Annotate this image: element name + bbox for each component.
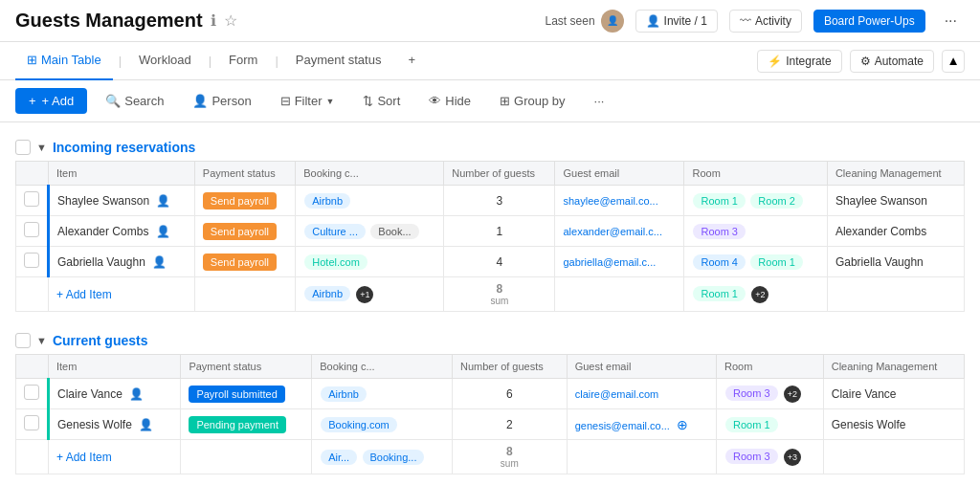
row-checkbox[interactable]	[16, 409, 49, 440]
tab-add[interactable]: +	[396, 42, 427, 80]
group-by-button[interactable]: ⊞ Group by	[489, 88, 575, 114]
board-power-ups-button[interactable]: Board Power-Ups	[813, 10, 925, 33]
group-current: ▼ Current guests ··· Item Payment status…	[0, 327, 980, 474]
search-button[interactable]: 🔍 Search	[95, 88, 174, 114]
payment-badge: Pending payment	[189, 416, 286, 433]
header-more-button[interactable]: ···	[937, 9, 965, 33]
payment-cell: Send payroll	[194, 247, 295, 277]
footer-cleaning	[827, 277, 964, 312]
table-row: Alexander Combs 👤 Send payroll Culture .…	[16, 216, 965, 247]
person-button[interactable]: 👤 Person	[182, 88, 261, 114]
num-guests-cell: 3	[444, 186, 555, 216]
email-link: gabriella@email.c...	[563, 256, 656, 268]
room-cell: Room 1	[717, 409, 824, 440]
automate-icon: ⚙	[860, 55, 871, 68]
th-guest-email: Guest email	[567, 355, 716, 379]
th-checkbox	[16, 355, 49, 379]
person-icon: 👤	[156, 225, 170, 238]
person-icon: 👤	[139, 418, 153, 431]
main-content: ▼ Incoming reservations Item Payment sta…	[0, 122, 980, 481]
add-button[interactable]: + + Add	[15, 88, 87, 114]
footer-booking-pill: Airbnb	[304, 286, 350, 301]
booking-cell: Culture ... Book...	[296, 216, 444, 247]
item-name: Claire Vance	[57, 387, 122, 401]
th-payment-status: Payment status	[194, 162, 295, 186]
cleaning-cell: Gabriella Vaughn	[827, 247, 964, 277]
collapse-button[interactable]: ▲	[942, 50, 965, 73]
num-guests-cell: 6	[452, 379, 567, 409]
tab-payment-status[interactable]: Payment status	[284, 42, 393, 80]
row-checkbox[interactable]	[16, 247, 49, 277]
row-checkbox[interactable]	[16, 186, 49, 216]
person-icon: 👤	[152, 255, 167, 269]
group-title-current: Current guests	[53, 333, 148, 348]
group-checkbox-current[interactable]	[15, 333, 31, 348]
add-item-cell[interactable]: + Add Item	[49, 440, 181, 474]
booking-cell: Airbnb	[312, 379, 453, 409]
th-cleaning: Cleaning Management	[827, 162, 964, 186]
filter-button[interactable]: ⊟ Filter ▼	[270, 88, 345, 114]
tab-main-table[interactable]: ⊞ Main Table	[15, 42, 113, 80]
add-row-checkbox	[16, 277, 49, 312]
payment-cell: Payroll submitted	[181, 379, 312, 409]
row-checkbox[interactable]	[16, 216, 49, 247]
booking-pill: Airbnb	[304, 193, 350, 209]
footer-payment	[194, 277, 295, 312]
sort-button[interactable]: ⇅ Sort	[352, 88, 411, 114]
tab-sep-1: |	[119, 54, 122, 68]
activity-button[interactable]: 〰 Activity	[729, 10, 802, 33]
th-booking: Booking c...	[296, 162, 444, 186]
tabs-right: ⚡ Integrate ⚙ Automate ▲	[757, 50, 965, 73]
add-item-cell[interactable]: + Add Item	[49, 277, 195, 312]
group-icon: ⊞	[500, 94, 510, 108]
email-link: claire@email.com	[575, 388, 659, 400]
hide-icon: 👁	[429, 94, 441, 108]
table-row: Claire Vance 👤 Payroll submitted Airbnb …	[16, 379, 965, 409]
plus-icon: +	[29, 94, 36, 108]
th-booking: Booking c...	[312, 355, 453, 379]
group-checkbox-incoming[interactable]	[15, 140, 31, 155]
footer-sum: 8 sum	[444, 277, 555, 312]
room-count: +2	[784, 386, 801, 403]
person-icon: 👤	[129, 387, 144, 401]
star-icon[interactable]: ☆	[224, 11, 237, 30]
invite-button[interactable]: 👤 Invite / 1	[635, 10, 718, 33]
info-icon[interactable]: ℹ	[211, 11, 216, 30]
row-checkbox[interactable]	[16, 379, 49, 409]
add-row-checkbox	[16, 440, 49, 474]
footer-booking: Airbnb +1	[296, 277, 444, 312]
item-cell: Gabriella Vaughn 👤	[49, 247, 195, 277]
room-pill: Room 4	[693, 254, 746, 270]
cleaning-cell: Claire Vance	[823, 379, 964, 409]
current-table: Item Payment status Booking c... Number …	[15, 354, 965, 474]
room-pill: Room 3	[693, 224, 746, 239]
last-seen-label: Last seen	[546, 14, 595, 28]
table-incoming: Item Payment status Booking c... Number …	[0, 161, 980, 312]
footer-rooms: Room 3 +3	[717, 440, 824, 474]
group-header-current[interactable]: ▼ Current guests	[0, 327, 980, 354]
tab-form[interactable]: Form	[217, 42, 269, 80]
th-cleaning: Cleaning Management	[823, 355, 964, 379]
more-options-button[interactable]: ···	[584, 88, 615, 114]
email-cell: claire@email.com	[567, 379, 716, 409]
email-cell: genesis@email.co... ⊕	[567, 409, 716, 440]
cleaning-cell: Shaylee Swanson	[827, 186, 964, 216]
th-payment-status: Payment status	[181, 355, 312, 379]
automate-button[interactable]: ⚙ Automate	[850, 50, 934, 73]
tab-workload[interactable]: Workload	[127, 42, 203, 80]
integrate-button[interactable]: ⚡ Integrate	[757, 50, 841, 73]
booking-pill: Book...	[370, 224, 418, 239]
th-item: Item	[49, 162, 195, 186]
group-header-incoming[interactable]: ▼ Incoming reservations	[0, 134, 980, 161]
filter-chevron: ▼	[326, 97, 335, 106]
group-incoming: ▼ Incoming reservations Item Payment sta…	[0, 134, 980, 312]
invite-icon: 👤	[646, 14, 660, 28]
group-arrow-current[interactable]: ▼	[36, 335, 47, 346]
num-guests-cell: 1	[444, 216, 555, 247]
add-email-icon[interactable]: ⊕	[677, 417, 688, 432]
room-pill: Room 1	[693, 193, 746, 209]
hide-button[interactable]: 👁 Hide	[418, 88, 481, 114]
booking-cell: Hotel.com	[296, 247, 444, 277]
group-arrow-incoming[interactable]: ▼	[36, 142, 47, 153]
incoming-header-row: Item Payment status Booking c... Number …	[16, 162, 965, 186]
